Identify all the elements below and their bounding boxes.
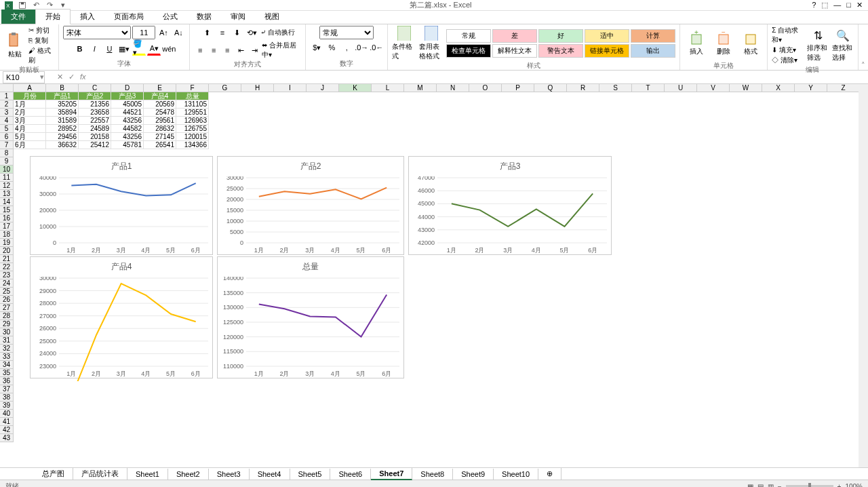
copy-button[interactable]: ⎘ 复制 — [28, 36, 54, 45]
cell[interactable]: 28632 — [144, 125, 176, 133]
col-header[interactable]: T — [632, 84, 665, 92]
enter-formula-icon[interactable]: ✓ — [68, 73, 75, 81]
cell[interactable]: 23658 — [79, 109, 111, 117]
collapse-ribbon-icon[interactable]: ˄ — [859, 24, 868, 70]
bold-button[interactable]: B — [73, 42, 86, 56]
cell[interactable]: 44582 — [111, 125, 144, 133]
minimize-icon[interactable]: — — [833, 1, 841, 9]
decrease-decimal-icon[interactable]: .0← — [370, 41, 383, 54]
chart-4[interactable]: 产品42300024000250002600027000280002900030… — [30, 256, 213, 378]
sheet-tab[interactable]: 产品统计表 — [73, 467, 127, 480]
cell[interactable]: 45005 — [111, 100, 144, 109]
zoom-out-icon[interactable]: − — [778, 483, 782, 488]
new-sheet-button[interactable]: ⊕ — [538, 468, 561, 480]
view-pagebreak-icon[interactable]: ▥ — [768, 483, 774, 488]
menu-tab-2[interactable]: 插入 — [71, 9, 104, 24]
border-button[interactable]: ▦▾ — [117, 42, 131, 56]
cell[interactable]: 25412 — [79, 141, 111, 149]
autosum-button[interactable]: Σ 自动求和▾ — [772, 26, 804, 45]
sheet-tab[interactable]: Sheet8 — [412, 469, 453, 480]
style-cell[interactable]: 计算 — [631, 29, 675, 43]
align-bottom-icon[interactable]: ⬇ — [231, 26, 244, 39]
col-header[interactable]: F — [176, 84, 209, 92]
phonetic-button[interactable]: wén — [162, 42, 176, 56]
sheet-tab[interactable]: Sheet1 — [127, 469, 168, 480]
row-header[interactable]: 28 — [0, 312, 14, 320]
col-header[interactable]: W — [730, 84, 762, 92]
view-normal-icon[interactable]: ▦ — [747, 483, 753, 488]
number-format-select[interactable]: 常规 — [319, 26, 374, 39]
row-header[interactable]: 17 — [0, 222, 14, 231]
percent-icon[interactable]: % — [325, 41, 338, 54]
formula-input[interactable] — [92, 71, 868, 83]
cell[interactable]: 43256 — [111, 117, 144, 125]
menu-tab-0[interactable]: 文件 — [1, 9, 35, 24]
clear-button[interactable]: ◇ 清除▾ — [772, 56, 804, 65]
style-cell[interactable]: 链接单元格 — [585, 44, 629, 58]
format-as-table-button[interactable]: 套用表格格式 — [419, 26, 443, 61]
row-header[interactable]: 24 — [0, 279, 14, 288]
col-header[interactable]: D — [111, 84, 144, 92]
row-header[interactable]: 10 — [0, 165, 14, 174]
col-header[interactable]: Y — [795, 84, 827, 92]
col-header[interactable]: I — [274, 84, 307, 92]
find-select-button[interactable]: 🔍查找和选择 — [832, 28, 854, 63]
paste-button[interactable]: 粘贴 — [4, 28, 26, 63]
cell[interactable]: 134366 — [176, 141, 209, 149]
row-header[interactable]: 15 — [0, 206, 14, 214]
menu-tab-1[interactable]: 开始 — [35, 9, 71, 24]
maximize-icon[interactable]: □ — [846, 1, 851, 9]
col-header[interactable]: J — [307, 84, 339, 92]
sheet-tab[interactable]: Sheet3 — [209, 469, 250, 480]
row-header[interactable]: 12 — [0, 182, 14, 190]
row-header[interactable]: 36 — [0, 377, 14, 385]
row-header[interactable]: 14 — [0, 198, 14, 206]
format-cells-button[interactable]: 格式 — [738, 26, 763, 61]
col-header[interactable]: A — [14, 84, 46, 92]
cell[interactable]: 45781 — [111, 141, 144, 149]
cut-button[interactable]: ✂ 剪切 — [28, 26, 54, 35]
underline-button[interactable]: U — [102, 42, 116, 56]
row-header[interactable]: 16 — [0, 214, 14, 222]
increase-indent-icon[interactable]: ⇥ — [248, 43, 260, 57]
menu-tab-4[interactable]: 公式 — [153, 9, 187, 24]
row-header[interactable]: 25 — [0, 288, 14, 296]
delete-cells-button[interactable]: −删除 — [711, 26, 736, 61]
row-header[interactable]: 31 — [0, 336, 14, 345]
cell[interactable]: 产品2 — [79, 92, 111, 100]
row-headers[interactable]: 1234567891011121314151617181920212223242… — [0, 92, 14, 442]
row-header[interactable]: 43 — [0, 434, 14, 442]
row-header[interactable]: 29 — [0, 320, 14, 328]
cell[interactable]: 36632 — [46, 141, 79, 149]
orientation-icon[interactable]: ⟲▾ — [245, 26, 259, 39]
chart-2[interactable]: 产品20500010000150002000025000300001月2月3月4… — [217, 156, 404, 255]
select-all-corner[interactable] — [0, 84, 14, 92]
align-center-icon[interactable]: ≡ — [208, 43, 220, 57]
row-header[interactable]: 18 — [0, 231, 14, 239]
col-header[interactable]: L — [372, 84, 404, 92]
cell[interactable]: 35205 — [46, 100, 79, 109]
cell[interactable]: 20158 — [79, 133, 111, 141]
chart-1[interactable]: 产品10100002000030000400001月2月3月4月5月6月 — [30, 156, 213, 255]
align-top-icon[interactable]: ⬆ — [201, 26, 214, 39]
cell[interactable]: 126755 — [176, 125, 209, 133]
row-header[interactable]: 23 — [0, 271, 14, 279]
save-icon[interactable] — [16, 1, 28, 10]
sheet-tab[interactable]: Sheet2 — [168, 469, 209, 480]
cell[interactable]: 29456 — [46, 133, 79, 141]
row-header[interactable]: 30 — [0, 328, 14, 336]
cell[interactable]: 产品1 — [46, 92, 79, 100]
sheet-tab[interactable]: Sheet9 — [453, 469, 494, 480]
increase-decimal-icon[interactable]: .0→ — [355, 41, 368, 54]
increase-font-icon[interactable]: A↑ — [157, 26, 170, 39]
row-header[interactable]: 32 — [0, 345, 14, 353]
row-header[interactable]: 27 — [0, 304, 14, 312]
font-name-select[interactable]: 宋体 — [63, 26, 131, 39]
sheet-tab[interactable]: Sheet10 — [494, 469, 538, 480]
cell[interactable]: 35894 — [46, 109, 79, 117]
row-header[interactable]: 22 — [0, 263, 14, 271]
style-cell[interactable]: 常规 — [446, 29, 491, 43]
sheet-tab[interactable]: Sheet6 — [330, 469, 371, 480]
row-header[interactable]: 26 — [0, 296, 14, 304]
sort-filter-button[interactable]: ⇅排序和筛选 — [807, 28, 829, 63]
